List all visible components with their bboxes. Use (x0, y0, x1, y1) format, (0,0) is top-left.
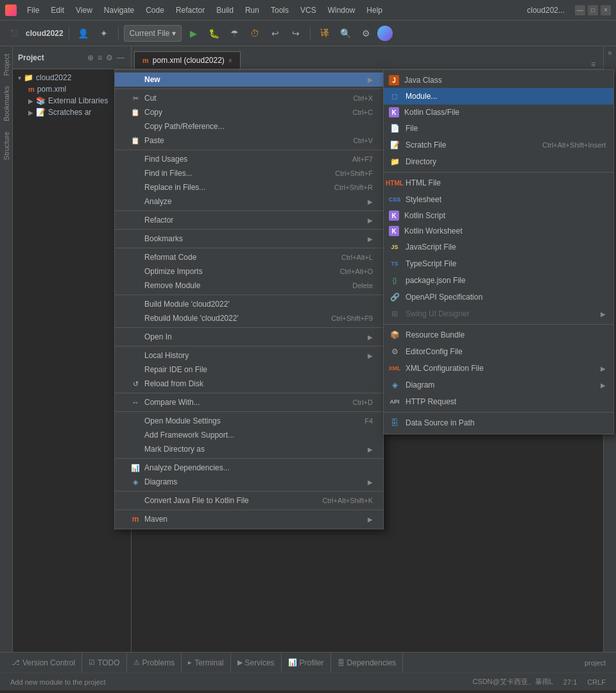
sub-diagram[interactable]: ◈ Diagram ▶ (384, 377, 613, 393)
ctx-copy-path[interactable]: Copy Path/Reference... (115, 119, 383, 133)
sub-swing-label: Swing UI Designer (406, 309, 595, 318)
ctx-rebuild-shortcut: Ctrl+Shift+F9 (331, 314, 373, 322)
local-history-arrow: ▶ (368, 352, 373, 359)
sub-kotlin-script-label: Kotlin Script (404, 211, 606, 220)
resource-bundle-icon: 📦 (389, 329, 400, 341)
ctx-divider-7 (115, 327, 383, 328)
ctx-reformat-shortcut: Ctrl+Alt+L (341, 253, 373, 261)
ctx-convert-kotlin[interactable]: Convert Java File to Kotlin File Ctrl+Al… (115, 493, 383, 508)
sub-scratch-shortcut: Ctrl+Alt+Shift+Insert (542, 141, 606, 149)
ctx-find-in-files-label: Find in Files... (144, 169, 325, 178)
sub-data-source[interactable]: 🗄 Data Source in Path (384, 415, 613, 431)
ctx-paste[interactable]: 📋 Paste Ctrl+V (115, 133, 383, 148)
ctx-rebuild-module[interactable]: Rebuild Module 'cloud2022' Ctrl+Shift+F9 (115, 311, 383, 325)
sub-directory[interactable]: 📁 Directory (384, 153, 613, 170)
editorconfig-icon: ⚙ (389, 346, 400, 357)
ctx-analyze-label: Analyze (144, 197, 365, 206)
ctx-divider-2 (115, 150, 383, 150)
sub-kotlin-script[interactable]: K Kotlin Script (384, 208, 613, 223)
sub-javascript-file[interactable]: JS JavaScript File (384, 239, 613, 255)
sub-module-label: Module... (406, 92, 606, 101)
new-arrow: ▶ (368, 76, 373, 83)
sub-html-label: HTML File (406, 178, 606, 187)
sub-java-class[interactable]: J Java Class (384, 73, 613, 88)
ctx-compare-shortcut: Ctrl+D (353, 398, 373, 406)
css-icon: CSS (389, 194, 400, 205)
sub-java-class-label: Java Class (404, 76, 606, 85)
sub-kotlin-worksheet-label: Kotlin Worksheet (404, 227, 606, 235)
sub-scratch-label: Scratch File (406, 141, 537, 150)
ctx-paste-label: Paste (144, 136, 343, 145)
ctx-refactor[interactable]: Refactor ▶ (115, 213, 383, 227)
ctx-divider-8 (115, 346, 383, 346)
context-menu: New ▶ ✂ Cut Ctrl+X 📋 Copy Ctrl+C Copy Pa… (114, 69, 384, 529)
sub-js-label: JavaScript File (406, 243, 606, 252)
sub-editorconfig-label: EditorConfig File (406, 347, 606, 356)
sub-swing-ui[interactable]: ⊞ Swing UI Designer ▶ (384, 305, 613, 322)
ctx-local-history[interactable]: Local History ▶ (115, 348, 383, 363)
sub-kotlin-class[interactable]: K Kotlin Class/File (384, 105, 613, 120)
sub-typescript-file[interactable]: TS TypeScript File (384, 255, 613, 272)
ctx-bookmarks[interactable]: Bookmarks ▶ (115, 232, 383, 246)
ctx-copy-shortcut: Ctrl+C (353, 108, 373, 116)
ctx-optimize[interactable]: Optimize Imports Ctrl+Alt+O (115, 264, 383, 278)
ctx-copy-label: Copy (144, 108, 343, 117)
sub-file[interactable]: 📄 File (384, 120, 613, 137)
ctx-maven[interactable]: m Maven ▶ (115, 512, 383, 526)
ctx-find-in-files[interactable]: Find in Files... Ctrl+Shift+F (115, 166, 383, 180)
sub-stylesheet[interactable]: CSS Stylesheet (384, 191, 613, 208)
ctx-copy[interactable]: 📋 Copy Ctrl+C (115, 105, 383, 119)
ctx-reformat[interactable]: Reformat Code Ctrl+Alt+L (115, 250, 383, 264)
ctx-optimize-label: Optimize Imports (144, 267, 330, 276)
ctx-divider-1 (115, 89, 383, 89)
ctx-analyze[interactable]: Analyze ▶ (115, 194, 383, 209)
kotlin-script-icon: K (389, 210, 399, 221)
ctx-compare-with[interactable]: ↔ Compare With... Ctrl+D (115, 395, 383, 409)
ctx-cut-shortcut: Ctrl+X (353, 94, 373, 102)
file-icon: 📄 (389, 123, 400, 134)
ctx-reload-label: Reload from Disk (144, 379, 373, 388)
ctx-reformat-label: Reformat Code (144, 253, 331, 262)
open-in-arrow: ▶ (368, 334, 373, 341)
ctx-mark-directory[interactable]: Mark Directory as ▶ (115, 442, 383, 456)
sub-diagram-label: Diagram (406, 381, 595, 389)
ctx-diagrams[interactable]: ◈ Diagrams ▶ (115, 475, 383, 489)
sub-http-label: HTTP Request (406, 397, 606, 406)
submenu: J Java Class ◻ Module... K Kotlin Class/… (383, 69, 614, 434)
sub-scratch-file[interactable]: 📝 Scratch File Ctrl+Alt+Shift+Insert (384, 137, 613, 153)
ctx-open-in-label: Open In (144, 332, 365, 341)
ctx-divider-9 (115, 393, 383, 393)
sub-openapi[interactable]: 🔗 OpenAPI Specification (384, 289, 613, 305)
ctx-reload-from-disk[interactable]: ↺ Reload from Disk (115, 377, 383, 391)
ctx-divider-5 (115, 248, 383, 248)
ctx-cut[interactable]: ✂ Cut Ctrl+X (115, 91, 383, 105)
sub-editorconfig[interactable]: ⚙ EditorConfig File (384, 343, 613, 360)
sub-data-source-label: Data Source in Path (406, 418, 606, 427)
sub-file-label: File (406, 124, 606, 133)
ctx-open-module-settings[interactable]: Open Module Settings F4 (115, 414, 383, 428)
js-icon: JS (389, 241, 400, 253)
ctx-repair-ide[interactable]: Repair IDE on File (115, 363, 383, 377)
ctx-paste-shortcut: Ctrl+V (353, 137, 373, 144)
ctx-new[interactable]: New ▶ (115, 73, 383, 87)
sub-package-json[interactable]: {} package.json File (384, 272, 613, 289)
ctx-replace-in-files[interactable]: Replace in Files... Ctrl+Shift+R (115, 180, 383, 194)
ctx-find-usages[interactable]: Find Usages Alt+F7 (115, 152, 383, 166)
sub-resource-bundle[interactable]: 📦 Resource Bundle (384, 327, 613, 343)
ctx-build-module[interactable]: Build Module 'cloud2022' (115, 297, 383, 311)
diagrams-icon: ◈ (130, 478, 141, 486)
ctx-analyze-deps[interactable]: 📊 Analyze Dependencies... (115, 461, 383, 475)
kotlin-worksheet-icon: K (389, 226, 399, 236)
ctx-divider-12 (115, 491, 383, 492)
sub-html-file[interactable]: HTML HTML File (384, 175, 613, 191)
sub-http-request[interactable]: API HTTP Request (384, 393, 613, 410)
ctx-open-in[interactable]: Open In ▶ (115, 330, 383, 344)
ctx-replace-in-files-label: Replace in Files... (144, 183, 324, 192)
sub-module[interactable]: ◻ Module... (384, 88, 613, 105)
ctx-add-framework[interactable]: Add Framework Support... (115, 428, 383, 442)
sub-xml-config[interactable]: XML XML Configuration File ▶ (384, 360, 613, 377)
sub-kotlin-worksheet[interactable]: K Kotlin Worksheet (384, 223, 613, 239)
ctx-remove-module[interactable]: Remove Module Delete (115, 278, 383, 293)
xml-config-icon: XML (389, 363, 400, 374)
directory-icon: 📁 (389, 156, 400, 167)
